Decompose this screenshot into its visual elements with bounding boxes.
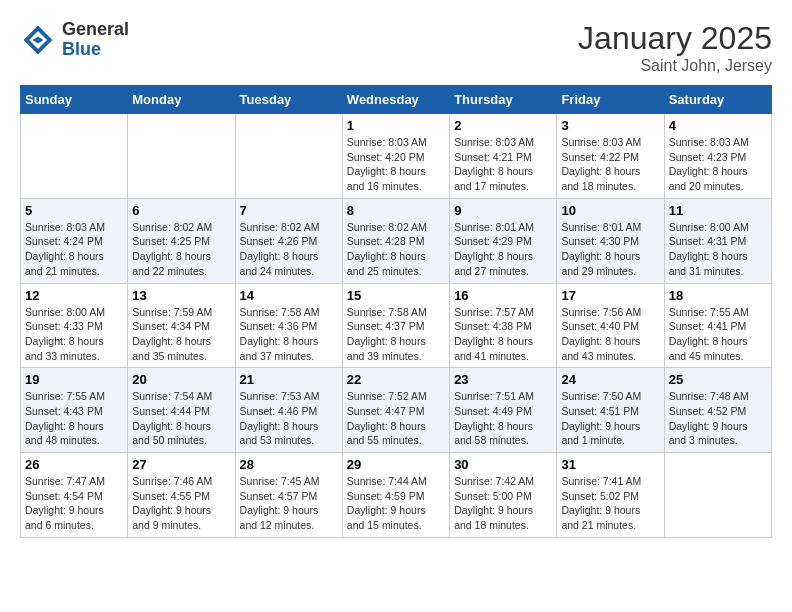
day-number: 4 — [669, 118, 767, 133]
calendar-header-sunday: Sunday — [21, 86, 128, 114]
day-info: Sunrise: 8:02 AM Sunset: 4:26 PM Dayligh… — [240, 220, 338, 279]
day-number: 12 — [25, 288, 123, 303]
day-number: 1 — [347, 118, 445, 133]
page-title: January 2025 — [578, 20, 772, 57]
day-info: Sunrise: 7:44 AM Sunset: 4:59 PM Dayligh… — [347, 474, 445, 533]
day-number: 18 — [669, 288, 767, 303]
day-info: Sunrise: 8:01 AM Sunset: 4:29 PM Dayligh… — [454, 220, 552, 279]
calendar-cell: 22Sunrise: 7:52 AM Sunset: 4:47 PM Dayli… — [342, 368, 449, 453]
day-info: Sunrise: 7:53 AM Sunset: 4:46 PM Dayligh… — [240, 389, 338, 448]
day-number: 11 — [669, 203, 767, 218]
calendar-cell: 6Sunrise: 8:02 AM Sunset: 4:25 PM Daylig… — [128, 198, 235, 283]
title-block: January 2025 Saint John, Jersey — [578, 20, 772, 75]
day-info: Sunrise: 7:46 AM Sunset: 4:55 PM Dayligh… — [132, 474, 230, 533]
calendar-cell: 11Sunrise: 8:00 AM Sunset: 4:31 PM Dayli… — [664, 198, 771, 283]
day-info: Sunrise: 7:59 AM Sunset: 4:34 PM Dayligh… — [132, 305, 230, 364]
day-number: 13 — [132, 288, 230, 303]
calendar-cell: 26Sunrise: 7:47 AM Sunset: 4:54 PM Dayli… — [21, 453, 128, 538]
calendar-cell: 13Sunrise: 7:59 AM Sunset: 4:34 PM Dayli… — [128, 283, 235, 368]
calendar-header-monday: Monday — [128, 86, 235, 114]
calendar-header-row: SundayMondayTuesdayWednesdayThursdayFrid… — [21, 86, 772, 114]
calendar-header-tuesday: Tuesday — [235, 86, 342, 114]
calendar-cell: 20Sunrise: 7:54 AM Sunset: 4:44 PM Dayli… — [128, 368, 235, 453]
calendar-cell — [21, 114, 128, 199]
day-info: Sunrise: 7:57 AM Sunset: 4:38 PM Dayligh… — [454, 305, 552, 364]
day-number: 28 — [240, 457, 338, 472]
day-info: Sunrise: 7:55 AM Sunset: 4:43 PM Dayligh… — [25, 389, 123, 448]
day-info: Sunrise: 8:00 AM Sunset: 4:31 PM Dayligh… — [669, 220, 767, 279]
day-info: Sunrise: 8:02 AM Sunset: 4:28 PM Dayligh… — [347, 220, 445, 279]
calendar-cell: 2Sunrise: 8:03 AM Sunset: 4:21 PM Daylig… — [450, 114, 557, 199]
day-info: Sunrise: 7:56 AM Sunset: 4:40 PM Dayligh… — [561, 305, 659, 364]
calendar-week-5: 26Sunrise: 7:47 AM Sunset: 4:54 PM Dayli… — [21, 453, 772, 538]
day-number: 30 — [454, 457, 552, 472]
day-number: 7 — [240, 203, 338, 218]
day-number: 20 — [132, 372, 230, 387]
calendar-cell: 29Sunrise: 7:44 AM Sunset: 4:59 PM Dayli… — [342, 453, 449, 538]
day-number: 10 — [561, 203, 659, 218]
day-number: 19 — [25, 372, 123, 387]
day-info: Sunrise: 7:54 AM Sunset: 4:44 PM Dayligh… — [132, 389, 230, 448]
day-number: 6 — [132, 203, 230, 218]
day-info: Sunrise: 7:58 AM Sunset: 4:36 PM Dayligh… — [240, 305, 338, 364]
logo-general: General — [62, 20, 129, 40]
calendar-cell: 18Sunrise: 7:55 AM Sunset: 4:41 PM Dayli… — [664, 283, 771, 368]
calendar-cell: 7Sunrise: 8:02 AM Sunset: 4:26 PM Daylig… — [235, 198, 342, 283]
calendar-week-2: 5Sunrise: 8:03 AM Sunset: 4:24 PM Daylig… — [21, 198, 772, 283]
calendar-header-friday: Friday — [557, 86, 664, 114]
day-number: 25 — [669, 372, 767, 387]
calendar-cell: 24Sunrise: 7:50 AM Sunset: 4:51 PM Dayli… — [557, 368, 664, 453]
calendar-cell: 15Sunrise: 7:58 AM Sunset: 4:37 PM Dayli… — [342, 283, 449, 368]
day-info: Sunrise: 7:51 AM Sunset: 4:49 PM Dayligh… — [454, 389, 552, 448]
calendar-header-thursday: Thursday — [450, 86, 557, 114]
day-info: Sunrise: 7:55 AM Sunset: 4:41 PM Dayligh… — [669, 305, 767, 364]
day-info: Sunrise: 7:42 AM Sunset: 5:00 PM Dayligh… — [454, 474, 552, 533]
day-info: Sunrise: 8:03 AM Sunset: 4:23 PM Dayligh… — [669, 135, 767, 194]
calendar-cell: 1Sunrise: 8:03 AM Sunset: 4:20 PM Daylig… — [342, 114, 449, 199]
logo-blue: Blue — [62, 40, 129, 60]
day-number: 9 — [454, 203, 552, 218]
calendar-cell: 16Sunrise: 7:57 AM Sunset: 4:38 PM Dayli… — [450, 283, 557, 368]
calendar-cell: 25Sunrise: 7:48 AM Sunset: 4:52 PM Dayli… — [664, 368, 771, 453]
day-number: 24 — [561, 372, 659, 387]
day-number: 3 — [561, 118, 659, 133]
day-number: 15 — [347, 288, 445, 303]
day-info: Sunrise: 7:58 AM Sunset: 4:37 PM Dayligh… — [347, 305, 445, 364]
calendar-cell: 30Sunrise: 7:42 AM Sunset: 5:00 PM Dayli… — [450, 453, 557, 538]
day-info: Sunrise: 7:47 AM Sunset: 4:54 PM Dayligh… — [25, 474, 123, 533]
day-number: 17 — [561, 288, 659, 303]
logo-text: General Blue — [62, 20, 129, 60]
day-number: 16 — [454, 288, 552, 303]
calendar-cell — [128, 114, 235, 199]
day-number: 29 — [347, 457, 445, 472]
calendar-cell: 9Sunrise: 8:01 AM Sunset: 4:29 PM Daylig… — [450, 198, 557, 283]
day-number: 26 — [25, 457, 123, 472]
calendar-cell: 21Sunrise: 7:53 AM Sunset: 4:46 PM Dayli… — [235, 368, 342, 453]
day-info: Sunrise: 8:02 AM Sunset: 4:25 PM Dayligh… — [132, 220, 230, 279]
day-number: 8 — [347, 203, 445, 218]
calendar-cell: 3Sunrise: 8:03 AM Sunset: 4:22 PM Daylig… — [557, 114, 664, 199]
calendar-cell: 14Sunrise: 7:58 AM Sunset: 4:36 PM Dayli… — [235, 283, 342, 368]
calendar-cell: 17Sunrise: 7:56 AM Sunset: 4:40 PM Dayli… — [557, 283, 664, 368]
calendar-body: 1Sunrise: 8:03 AM Sunset: 4:20 PM Daylig… — [21, 114, 772, 538]
day-info: Sunrise: 8:03 AM Sunset: 4:22 PM Dayligh… — [561, 135, 659, 194]
calendar-cell: 4Sunrise: 8:03 AM Sunset: 4:23 PM Daylig… — [664, 114, 771, 199]
day-number: 23 — [454, 372, 552, 387]
calendar-header-saturday: Saturday — [664, 86, 771, 114]
calendar-cell: 31Sunrise: 7:41 AM Sunset: 5:02 PM Dayli… — [557, 453, 664, 538]
calendar-cell: 10Sunrise: 8:01 AM Sunset: 4:30 PM Dayli… — [557, 198, 664, 283]
calendar-cell: 12Sunrise: 8:00 AM Sunset: 4:33 PM Dayli… — [21, 283, 128, 368]
page-subtitle: Saint John, Jersey — [578, 57, 772, 75]
calendar-cell: 27Sunrise: 7:46 AM Sunset: 4:55 PM Dayli… — [128, 453, 235, 538]
day-number: 31 — [561, 457, 659, 472]
day-info: Sunrise: 7:45 AM Sunset: 4:57 PM Dayligh… — [240, 474, 338, 533]
day-number: 14 — [240, 288, 338, 303]
day-number: 21 — [240, 372, 338, 387]
calendar-week-3: 12Sunrise: 8:00 AM Sunset: 4:33 PM Dayli… — [21, 283, 772, 368]
day-number: 2 — [454, 118, 552, 133]
calendar-table: SundayMondayTuesdayWednesdayThursdayFrid… — [20, 85, 772, 538]
calendar-cell: 5Sunrise: 8:03 AM Sunset: 4:24 PM Daylig… — [21, 198, 128, 283]
day-info: Sunrise: 8:01 AM Sunset: 4:30 PM Dayligh… — [561, 220, 659, 279]
logo-icon — [20, 22, 56, 58]
day-info: Sunrise: 8:03 AM Sunset: 4:20 PM Dayligh… — [347, 135, 445, 194]
